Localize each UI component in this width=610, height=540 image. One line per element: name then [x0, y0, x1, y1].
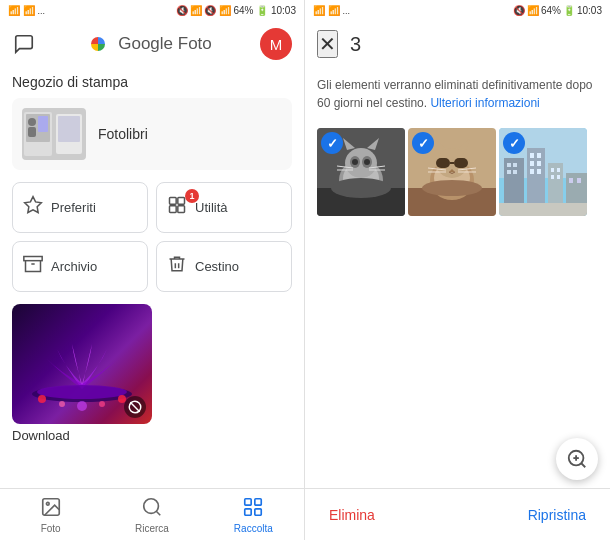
status-bar-left: 📶 📶 ... 🔇 📶 🔇 📶 64% 🔋 10:03: [0, 0, 304, 20]
svg-rect-83: [569, 178, 573, 183]
status-right-signals: 📶 📶 ...: [313, 5, 350, 16]
nav-ricerca[interactable]: Ricerca: [101, 489, 202, 540]
status-right-info: 🔇📶64%🔋10:03: [513, 5, 602, 16]
svg-point-24: [144, 498, 159, 513]
svg-rect-79: [557, 168, 560, 172]
svg-rect-9: [178, 198, 185, 205]
svg-rect-12: [24, 257, 42, 261]
photo-grid: ✓: [305, 120, 610, 224]
info-link[interactable]: Ulteriori informazioni: [430, 96, 539, 110]
svg-rect-26: [245, 498, 251, 504]
nav-foto-label: Foto: [41, 523, 61, 534]
bottom-nav: Foto Ricerca Raccolta: [0, 488, 304, 540]
svg-point-2: [28, 118, 36, 126]
photo-3[interactable]: ✓: [499, 128, 587, 216]
svg-rect-27: [255, 498, 261, 504]
svg-point-16: [38, 395, 46, 403]
section-title: Negozio di stampa: [0, 68, 304, 98]
svg-point-18: [99, 401, 105, 407]
check-2: ✓: [412, 132, 434, 154]
archivio-label: Archivio: [51, 259, 97, 274]
app-title: Google Foto: [118, 34, 212, 54]
svg-rect-84: [577, 178, 581, 183]
mute-icon: 🔇: [176, 5, 188, 16]
cestino-button[interactable]: Cestino: [156, 241, 292, 292]
svg-point-34: [345, 148, 377, 178]
trash-icon: [167, 254, 187, 279]
foto-icon: [40, 496, 62, 521]
svg-rect-54: [436, 158, 450, 168]
fotolibri-card[interactable]: Fotolibri: [12, 98, 292, 170]
svg-rect-85: [499, 203, 587, 216]
svg-rect-74: [537, 161, 541, 166]
left-panel: 📶 📶 ... 🔇 📶 🔇 📶 64% 🔋 10:03 Google Foto …: [0, 0, 305, 540]
svg-rect-76: [537, 169, 541, 174]
status-bar-right: 📶 📶 ... 🔇📶64%🔋10:03: [305, 0, 610, 20]
preferiti-button[interactable]: Preferiti: [12, 182, 148, 233]
restore-button[interactable]: Ripristina: [528, 507, 586, 523]
cestino-label: Cestino: [195, 259, 239, 274]
svg-rect-10: [170, 206, 177, 213]
svg-rect-80: [551, 175, 554, 179]
preferiti-label: Preferiti: [51, 200, 96, 215]
svg-point-20: [77, 401, 87, 411]
svg-point-23: [46, 502, 49, 505]
svg-point-46: [331, 178, 391, 198]
delete-button[interactable]: Elimina: [329, 507, 375, 523]
nav-raccolta[interactable]: Raccolta: [203, 489, 304, 540]
utilita-label: Utilità: [195, 200, 228, 215]
raccolta-icon: [242, 496, 264, 521]
battery-pct: 🔇 📶 64% 🔋 10:03: [204, 5, 296, 16]
close-button[interactable]: ✕: [317, 30, 338, 58]
header-left: Google Foto M: [0, 20, 304, 68]
svg-rect-66: [507, 163, 511, 167]
utilita-button[interactable]: 1 Utilità: [156, 182, 292, 233]
photo-1[interactable]: ✓: [317, 128, 405, 216]
nav-foto[interactable]: Foto: [0, 489, 101, 540]
svg-rect-69: [513, 170, 517, 174]
zoom-button[interactable]: [556, 438, 598, 480]
svg-rect-28: [245, 508, 251, 514]
status-left-signals: 📶 📶 ...: [8, 5, 45, 16]
svg-rect-68: [507, 170, 511, 174]
photo-2[interactable]: ✓: [408, 128, 496, 216]
svg-rect-8: [170, 198, 177, 205]
info-text: Gli elementi verranno eliminati definiti…: [305, 68, 610, 120]
user-avatar[interactable]: M: [260, 28, 292, 60]
svg-point-17: [59, 401, 65, 407]
wifi-icon: 📶: [190, 5, 202, 16]
svg-rect-29: [255, 508, 261, 514]
svg-rect-67: [513, 163, 517, 167]
utility-icon: [167, 195, 187, 220]
download-label: Download: [12, 428, 292, 443]
right-panel: 📶 📶 ... 🔇📶64%🔋10:03 ✕ 3 Gli elementi ver…: [305, 0, 610, 540]
archive-icon: [23, 254, 43, 279]
svg-rect-75: [530, 169, 534, 174]
svg-rect-55: [454, 158, 468, 168]
logo-pinwheel-icon: [84, 30, 112, 58]
svg-rect-3: [28, 127, 36, 137]
header-right: ✕ 3: [305, 20, 610, 68]
google-photos-logo: Google Foto: [84, 30, 212, 58]
svg-point-62: [422, 180, 482, 196]
download-thumbnail: [12, 304, 152, 424]
svg-marker-7: [25, 197, 42, 213]
chat-icon[interactable]: [12, 32, 36, 56]
star-icon: [23, 195, 43, 220]
svg-rect-4: [38, 116, 48, 132]
svg-rect-73: [530, 161, 534, 166]
check-1: ✓: [321, 132, 343, 154]
nav-raccolta-label: Raccolta: [234, 523, 273, 534]
svg-rect-72: [537, 153, 541, 158]
archivio-button[interactable]: Archivio: [12, 241, 148, 292]
svg-rect-6: [58, 116, 80, 142]
fotolibri-thumbnail: [22, 108, 86, 160]
svg-rect-81: [557, 175, 560, 179]
svg-line-25: [156, 511, 160, 515]
svg-rect-11: [178, 206, 185, 213]
utilita-badge: 1: [185, 189, 199, 203]
svg-point-15: [37, 385, 127, 399]
status-right-icons: 🔇 📶 🔇 📶 64% 🔋 10:03: [176, 5, 296, 16]
bottom-actions: Elimina Ripristina: [305, 488, 610, 540]
selection-count: 3: [350, 33, 361, 56]
